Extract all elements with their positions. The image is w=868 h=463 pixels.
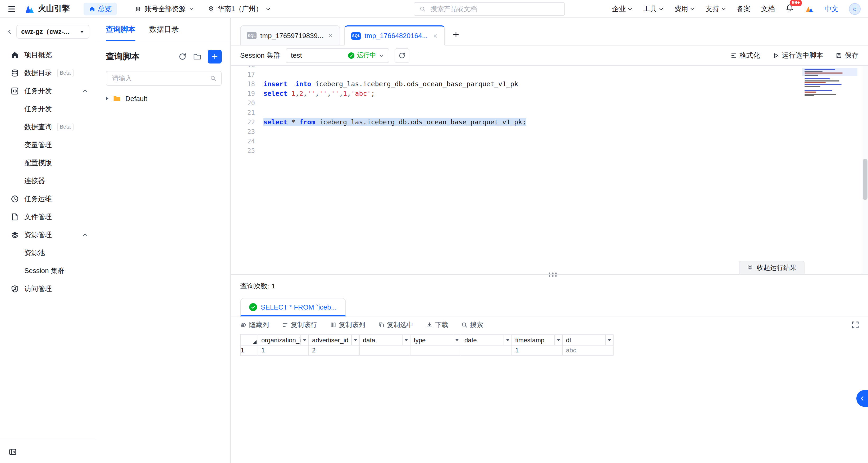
table-cell[interactable]: 2	[309, 345, 360, 355]
close-tab-icon[interactable]	[432, 33, 438, 38]
table-cell[interactable]	[360, 345, 410, 355]
close-tab-icon[interactable]	[328, 33, 334, 38]
back-icon[interactable]	[6, 29, 13, 35]
column-header[interactable]: type	[410, 335, 461, 345]
format-button[interactable]: 格式化	[731, 51, 760, 60]
sidebar-item[interactable]: 访问管理	[0, 280, 96, 298]
editor-tab[interactable]: SQLtmp_17659719839...	[240, 25, 340, 45]
sidebar-item[interactable]: 数据目录Beta	[0, 64, 96, 82]
topbar-nav-item[interactable]: 企业	[612, 4, 632, 13]
code-line[interactable]: 25	[230, 146, 868, 156]
session-cluster-select[interactable]: test 运行中	[286, 48, 389, 63]
region-dropdown[interactable]: 华南1（广州）	[208, 4, 271, 13]
sidebar-item[interactable]: 资源池	[0, 244, 96, 262]
hamburger-menu-icon[interactable]	[7, 4, 16, 13]
language-switcher[interactable]: 中文	[825, 4, 838, 13]
code-line[interactable]: 21	[230, 108, 868, 118]
results-tool-cols[interactable]: 复制该列	[330, 320, 365, 330]
column-header[interactable]: timestamp	[512, 335, 562, 345]
column-filter-button[interactable]	[453, 335, 461, 345]
script-search-input[interactable]	[111, 74, 207, 83]
editor-scrollbar-thumb[interactable]	[863, 159, 867, 200]
sidebar-item[interactable]: 连接器	[0, 172, 96, 190]
column-header[interactable]: data	[360, 335, 410, 345]
new-folder-icon[interactable]	[193, 52, 202, 61]
column-filter-button[interactable]	[605, 335, 613, 345]
save-button[interactable]: 保存	[836, 51, 859, 60]
sidebar-item[interactable]: 资源管理	[0, 226, 96, 244]
table-row[interactable]: 1121abc	[240, 345, 613, 355]
code-line[interactable]: 18insert into iceberg_las.iceberg_db.ods…	[230, 80, 868, 89]
results-tool-copy[interactable]: 复制选中	[378, 320, 413, 330]
topbar-nav-item[interactable]: 工具	[643, 4, 664, 13]
column-filter-button[interactable]	[351, 335, 359, 345]
promo-icon[interactable]	[805, 4, 814, 13]
sidebar-item[interactable]: 配置模版	[0, 154, 96, 172]
refresh-session-button[interactable]	[395, 48, 409, 63]
results-tool-eye-off[interactable]: 隐藏列	[240, 320, 269, 330]
notifications-button[interactable]: 99+	[785, 4, 794, 14]
sidebar-item[interactable]: 任务开发	[0, 100, 96, 118]
code-line[interactable]: 17	[230, 70, 868, 80]
topbar-nav-item[interactable]: 备案	[737, 4, 751, 13]
column-filter-button[interactable]	[402, 335, 410, 345]
sidebar-item[interactable]: 任务开发	[0, 82, 96, 100]
add-tab-button[interactable]	[449, 28, 463, 41]
run-selected-button[interactable]: 运行选中脚本	[773, 51, 823, 60]
new-script-button[interactable]	[208, 50, 222, 63]
fullscreen-icon[interactable]	[851, 321, 860, 329]
refresh-icon[interactable]	[178, 52, 187, 61]
sidebar-item[interactable]: 文件管理	[0, 208, 96, 226]
column-filter-button[interactable]	[554, 335, 562, 345]
brand-logo[interactable]: 火山引擎	[24, 4, 70, 14]
code-line[interactable]: 16	[230, 66, 868, 70]
results-tool-search[interactable]: 搜索	[461, 320, 483, 330]
topbar-nav-item[interactable]: 文档	[761, 4, 775, 13]
account-scope-dropdown[interactable]: 账号全部资源	[135, 4, 194, 13]
split-drag-handle[interactable]	[548, 272, 551, 278]
table-cell[interactable]	[410, 345, 461, 355]
column-filter-button[interactable]	[503, 335, 512, 345]
overview-button[interactable]: 总览	[84, 2, 117, 15]
results-tool-rows[interactable]: 复制该行	[282, 320, 317, 330]
script-panel-tab[interactable]: 查询脚本	[106, 18, 135, 41]
table-cell[interactable]: 1	[512, 345, 562, 355]
sidebar-item[interactable]: 变量管理	[0, 136, 96, 154]
column-header[interactable]: advertiser_id	[309, 335, 360, 345]
sidebar-item[interactable]: 任务运维	[0, 190, 96, 208]
code-line[interactable]: 20	[230, 98, 868, 108]
results-tool-download[interactable]: 下载	[426, 320, 448, 330]
column-header[interactable]: dt	[562, 335, 613, 345]
code-line[interactable]: 24	[230, 136, 868, 146]
expand-chevron-icon[interactable]	[106, 96, 108, 100]
topbar-nav-item[interactable]: 费用	[674, 4, 695, 13]
column-header[interactable]: organization_i...	[258, 335, 309, 345]
project-selector[interactable]: cwz-gz（cwz-...	[17, 25, 89, 39]
tree-item[interactable]: Default	[96, 86, 230, 111]
global-search[interactable]	[414, 2, 565, 16]
select-all-corner[interactable]	[240, 335, 258, 345]
sidebar-item[interactable]: 数据查询Beta	[0, 118, 96, 136]
global-search-input[interactable]	[430, 5, 559, 13]
code-line[interactable]: 22select * from iceberg_las.iceberg_db.o…	[230, 118, 868, 127]
collapse-results-button[interactable]: 收起运行结果	[739, 261, 805, 274]
code-line[interactable]: 19select 1,2,'','','',1,'abc';	[230, 89, 868, 98]
table-cell[interactable]: abc	[562, 345, 613, 355]
result-tab[interactable]: SELECT * FROM `iceb...	[240, 298, 346, 316]
table-cell[interactable]	[461, 345, 512, 355]
script-search[interactable]	[106, 71, 222, 86]
code-line[interactable]: 23	[230, 127, 868, 136]
column-filter-button[interactable]	[301, 335, 308, 345]
minimap[interactable]	[805, 69, 855, 97]
table-cell[interactable]: 1	[258, 345, 309, 355]
caret-down-icon	[456, 339, 459, 341]
column-header[interactable]: date	[461, 335, 512, 345]
code-editor[interactable]: 161718insert into iceberg_las.iceberg_db…	[230, 66, 868, 274]
script-panel-tab[interactable]: 数据目录	[149, 18, 179, 41]
collapse-sidebar-icon[interactable]	[8, 447, 17, 456]
topbar-nav-item[interactable]: 支持	[706, 4, 726, 13]
sidebar-item[interactable]: Session 集群	[0, 262, 96, 280]
avatar[interactable]: c	[849, 3, 861, 14]
sidebar-item[interactable]: 项目概览	[0, 46, 96, 64]
editor-tab[interactable]: SQLtmp_17664820164...	[345, 25, 445, 45]
